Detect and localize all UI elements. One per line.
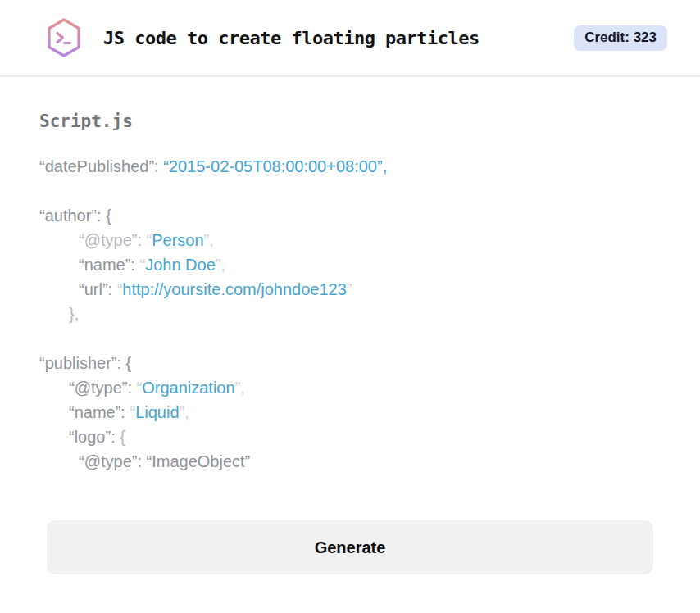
code-line: “publisher”: {	[39, 351, 661, 375]
code-line	[39, 179, 661, 203]
code-segment: },	[69, 305, 79, 323]
code-segment: “name”:	[79, 256, 139, 274]
code-segment: “name”:	[69, 403, 130, 421]
code-segment: John Doe	[145, 256, 216, 274]
code-block: “datePublished”: “2015-02-05T08:00:00+08…	[39, 154, 661, 474]
main-content: Script.js “datePublished”: “2015-02-05T0…	[0, 77, 700, 574]
code-segment: ”	[347, 280, 352, 298]
page-title: JS code to create floating particles	[103, 28, 480, 48]
code-line: “name”: “Liquid”,	[39, 400, 661, 425]
code-segment: http://yoursite.com/johndoe123	[122, 280, 347, 298]
code-segment: “@type”:	[79, 231, 147, 249]
code-segment: ”,	[216, 256, 225, 274]
code-segment: Liquid	[135, 403, 179, 421]
code-segment: “@type”: “ImageObject”	[79, 452, 250, 470]
code-segment: “author”: {	[39, 207, 111, 225]
terminal-prompt-hexagon-icon	[46, 17, 82, 58]
code-segment: {	[120, 428, 125, 446]
header: JS code to create floating particles Cre…	[0, 0, 700, 77]
code-segment: “@type”:	[69, 379, 137, 397]
code-line: “datePublished”: “2015-02-05T08:00:00+08…	[39, 154, 661, 179]
code-line: “author”: {	[39, 203, 661, 228]
code-segment: ”,	[204, 231, 214, 249]
code-segment: “url”:	[79, 280, 117, 298]
code-line: “@type”: “Organization”,	[39, 375, 661, 400]
code-line: “url”: “http://yoursite.com/johndoe123”	[39, 277, 661, 302]
generate-button[interactable]: Generate	[47, 520, 653, 574]
script-filename: Script.js	[39, 110, 661, 133]
code-line	[39, 326, 661, 351]
code-segment: “datePublished”:	[39, 157, 163, 175]
code-segment: “logo”:	[69, 428, 120, 446]
code-line: “@type”: “ImageObject”	[39, 449, 661, 474]
code-segment: ”,	[235, 379, 245, 397]
code-segment: ”,	[180, 403, 189, 421]
code-segment: “2015-02-05T08:00:00+08:00”,	[163, 157, 387, 175]
code-line: “name”: “John Doe”,	[39, 252, 661, 277]
code-line: },	[39, 302, 661, 326]
code-segment: “publisher”: {	[39, 354, 131, 372]
code-line: “logo”: {	[39, 425, 661, 449]
credit-badge: Credit: 323	[574, 25, 667, 51]
code-segment: Organization	[142, 379, 234, 397]
code-line: “@type”: “Person”,	[39, 228, 661, 252]
code-segment: Person	[152, 231, 203, 249]
